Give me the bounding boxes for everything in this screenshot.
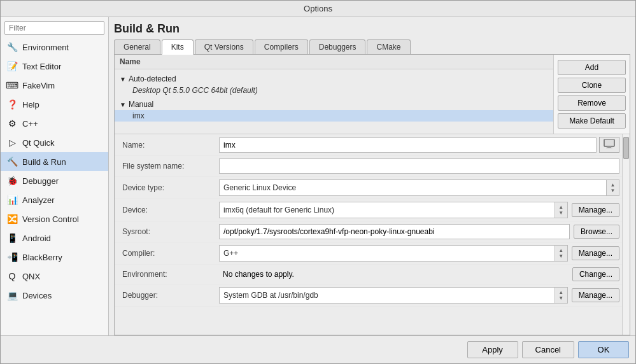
detail-select-wrap-compiler[interactable]: G++▲▼ (219, 245, 568, 262)
tabs-bar: GeneralKitsQt VersionsCompilersDebuggers… (114, 39, 630, 55)
kit-column-header: Name (120, 57, 141, 66)
page-title: Build & Run (114, 22, 630, 36)
kit-item-imx[interactable]: imx (115, 110, 553, 122)
tab-debuggers[interactable]: Debuggers (309, 39, 366, 54)
sidebar-label-qt-quick: Qt Quick (22, 138, 55, 148)
sidebar-item-devices[interactable]: 💻Devices (1, 286, 108, 305)
detail-text-environment: No changes to apply. (219, 268, 569, 281)
detail-row-debugger: Debugger:System GDB at /usr/bin/gdb▲▼Man… (115, 284, 622, 307)
select-arrow-icon[interactable]: ▲▼ (555, 288, 567, 303)
tab-qt-versions[interactable]: Qt Versions (195, 39, 253, 54)
sidebar-list: 🔧Environment📝Text Editor⌨FakeVim❓Help⚙C+… (1, 38, 108, 335)
filter-input[interactable] (4, 21, 104, 35)
detail-select-wrap-device[interactable]: imx6q (default for Generic Linux)▲▼ (219, 202, 568, 218)
sidebar-label-android: Android (22, 234, 51, 243)
sidebar-item-help[interactable]: ❓Help (1, 95, 108, 114)
details-rows: Name:File system name:Device type:Generi… (115, 134, 622, 335)
bottom-bar: Apply Cancel OK (1, 335, 635, 363)
kit-group-auto-detected: ▼Auto-detectedDesktop Qt 5.5.0 GCC 64bit… (115, 72, 553, 97)
ok-button[interactable]: OK (578, 341, 629, 358)
panel-with-scroll: Name ▼Auto-detectedDesktop Qt 5.5.0 GCC … (114, 55, 630, 335)
sidebar-item-qt-quick[interactable]: ▷Qt Quick (1, 133, 108, 152)
detail-action-btn-device[interactable]: Manage... (572, 203, 619, 217)
detail-label-sysroot: Sysroot: (115, 225, 216, 239)
kit-group-label-manual[interactable]: ▼Manual (115, 99, 553, 110)
sidebar-label-help: Help (22, 100, 39, 109)
detail-select-text-debugger: System GDB at /usr/bin/gdb (220, 289, 555, 302)
expand-arrow-icon: ▼ (120, 76, 126, 83)
detail-action-btn-compiler[interactable]: Manage... (572, 246, 619, 260)
sidebar-label-text-editor: Text Editor (22, 62, 61, 71)
detail-value-area-device-type: Generic Linux Device▲▼ (216, 177, 622, 199)
kit-remove-button[interactable]: Remove (558, 95, 626, 111)
detail-input-sysroot[interactable] (219, 224, 570, 239)
sidebar-label-blackberry: BlackBerry (22, 253, 62, 262)
vertical-scrollbar[interactable] (622, 134, 630, 335)
kit-list-header: Name (115, 55, 553, 69)
detail-select-wrap-device-type[interactable]: Generic Linux Device▲▼ (219, 179, 619, 196)
scrollbar-thumb[interactable] (623, 137, 629, 159)
sidebar-item-environment[interactable]: 🔧Environment (1, 38, 108, 57)
analyzer-icon: 📊 (6, 193, 18, 206)
sidebar-item-blackberry[interactable]: 📲BlackBerry (1, 248, 108, 267)
sidebar-item-debugger[interactable]: 🐞Debugger (1, 171, 108, 190)
tab-cmake[interactable]: CMake (367, 39, 410, 54)
sidebar-item-qnx[interactable]: QQNX (1, 267, 108, 286)
qt-quick-icon: ▷ (6, 136, 18, 149)
sidebar-item-text-editor[interactable]: 📝Text Editor (1, 57, 108, 76)
fakevim-icon: ⌨ (6, 79, 18, 92)
detail-label-file-system-name: File system name: (115, 159, 216, 173)
select-arrow-icon[interactable]: ▲▼ (606, 180, 619, 195)
detail-row-environment: Environment:No changes to apply.Change..… (115, 265, 622, 284)
detail-row-name: Name: (115, 134, 622, 156)
kit-group-manual: ▼Manualimx (115, 97, 553, 123)
details-wrapper: Name:File system name:Device type:Generi… (115, 134, 630, 335)
cancel-button[interactable]: Cancel (522, 341, 574, 358)
kit-group-label-auto-detected[interactable]: ▼Auto-detected (115, 73, 553, 85)
detail-value-area-compiler: G++▲▼Manage... (216, 242, 622, 264)
sidebar-item-cpp[interactable]: ⚙C++ (1, 114, 108, 133)
kit-make-default-button[interactable]: Make Default (558, 113, 626, 129)
expand-arrow-icon: ▼ (120, 101, 126, 108)
detail-input-name[interactable] (219, 137, 597, 153)
sidebar-item-analyzer[interactable]: 📊Analyzer (1, 190, 108, 209)
sidebar-label-cpp: C++ (22, 119, 38, 129)
select-arrow-icon[interactable]: ▲▼ (555, 202, 567, 218)
kit-item-desktop-qt-5.5.0-gcc[interactable]: Desktop Qt 5.5.0 GCC 64bit (default) (115, 85, 553, 96)
sidebar-item-android[interactable]: 📱Android (1, 228, 108, 248)
sidebar-label-fakevim: FakeVim (22, 81, 55, 90)
sidebar-item-build-run[interactable]: 🔨Build & Run (1, 152, 108, 171)
sidebar-label-devices: Devices (22, 291, 52, 300)
detail-select-text-device: imx6q (default for Generic Linux) (220, 204, 555, 216)
detail-value-area-environment: No changes to apply.Change... (216, 265, 622, 284)
detail-value-area-name (216, 134, 622, 155)
detail-action-btn-environment[interactable]: Change... (572, 267, 619, 281)
titlebar: Options (1, 1, 635, 17)
apply-button[interactable]: Apply (467, 341, 518, 358)
kit-add-button[interactable]: Add (558, 60, 626, 75)
select-arrow-icon[interactable]: ▲▼ (555, 246, 567, 261)
version-control-icon: 🔀 (6, 213, 18, 225)
detail-value-area-debugger: System GDB at /usr/bin/gdb▲▼Manage... (216, 284, 622, 306)
tab-general[interactable]: General (114, 39, 160, 54)
sidebar-item-version-control[interactable]: 🔀Version Control (1, 209, 108, 228)
options-window: Options 🔧Environment📝Text Editor⌨FakeVim… (0, 0, 636, 364)
detail-label-device: Device: (115, 203, 216, 217)
kit-list-section: Name ▼Auto-detectedDesktop Qt 5.5.0 GCC … (115, 55, 553, 134)
devices-icon: 💻 (6, 289, 18, 302)
detail-input-file-system-name[interactable] (219, 158, 619, 174)
detail-action-btn-debugger[interactable]: Manage... (572, 288, 619, 302)
sidebar-item-fakevim[interactable]: ⌨FakeVim (1, 76, 108, 95)
tab-kits[interactable]: Kits (162, 39, 194, 55)
sidebar-label-build-run: Build & Run (22, 157, 66, 167)
kit-buttons-panel: AddCloneRemoveMake Default (553, 55, 630, 134)
detail-select-text-device-type: Generic Linux Device (220, 181, 606, 194)
detail-action-btn-sysroot[interactable]: Browse... (574, 225, 619, 239)
detail-select-wrap-debugger[interactable]: System GDB at /usr/bin/gdb▲▼ (219, 287, 568, 304)
monitor-icon-button[interactable] (599, 137, 619, 153)
sidebar-label-environment: Environment (22, 43, 69, 52)
detail-row-device-type: Device type:Generic Linux Device▲▼ (115, 177, 622, 199)
kit-clone-button[interactable]: Clone (558, 78, 626, 93)
qnx-icon: Q (6, 270, 18, 283)
tab-compilers[interactable]: Compilers (255, 39, 308, 54)
